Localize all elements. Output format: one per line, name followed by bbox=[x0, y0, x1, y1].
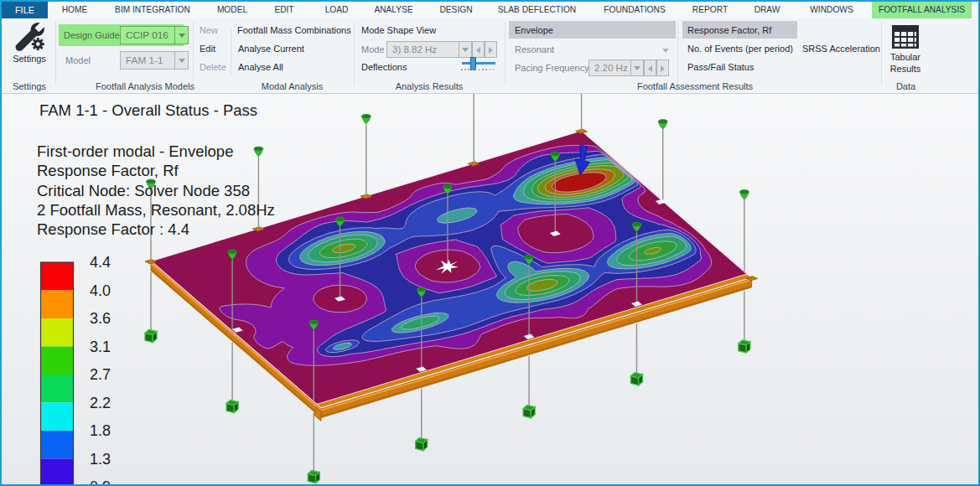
svg-text:4.4: 4.4 bbox=[90, 254, 111, 271]
svg-text:4.0: 4.0 bbox=[90, 282, 111, 299]
svg-text:1.8: 1.8 bbox=[90, 422, 111, 439]
svg-text:2.7: 2.7 bbox=[90, 366, 111, 383]
svg-text:3.1: 3.1 bbox=[90, 339, 111, 355]
svg-text:2.2: 2.2 bbox=[90, 395, 111, 411]
svg-text:1.3: 1.3 bbox=[90, 451, 111, 468]
svg-text:3.6: 3.6 bbox=[90, 310, 111, 327]
